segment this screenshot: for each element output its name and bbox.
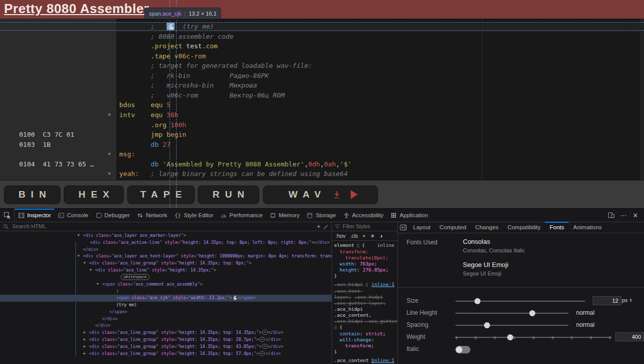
css-property[interactable]: transform	[345, 343, 371, 348]
fold-arrow-icon[interactable]: ▾	[108, 150, 111, 158]
markup-row[interactable]: </div>	[0, 246, 332, 253]
devtools-tab-application[interactable]: Application	[387, 209, 431, 222]
markup-row[interactable]: </span>	[0, 309, 332, 316]
sidebar-tab-layout[interactable]: Layout	[409, 222, 435, 233]
expand-arrow-icon[interactable]: ▶	[84, 336, 86, 343]
devtools-tab-inspector[interactable]: Inspector	[15, 209, 54, 222]
css-property[interactable]: strict	[366, 331, 383, 336]
editor-scrollbar[interactable]	[640, 19, 644, 180]
pick-element-button[interactable]	[0, 209, 15, 222]
markup-row[interactable]: </div>	[0, 322, 332, 329]
markup-row[interactable]: ▼<div class="ace_line_group" style="heig…	[0, 260, 332, 267]
fold-arrow-icon[interactable]: ▾	[108, 111, 111, 119]
sidebar-tab-changes[interactable]: Changes	[471, 222, 503, 233]
markup-row[interactable]: ▶<div class="ace_line_group" style="heig…	[0, 350, 332, 357]
markup-row[interactable]: ;	[0, 288, 332, 295]
italic-toggle[interactable]	[455, 346, 470, 353]
inline-ellipsis-badge[interactable]: ⋯	[262, 330, 268, 335]
css-property[interactable]: :	[371, 337, 374, 342]
sidebar-tab-animations[interactable]: Animations	[569, 222, 606, 233]
wav-button[interactable]: WAV	[263, 186, 378, 204]
markup-row[interactable]: ▼<div class="ace_layer ace_text-layer" s…	[0, 253, 332, 260]
css-property[interactable]: translate(0px);	[345, 255, 388, 260]
devtools-tab-network[interactable]: Network	[133, 209, 171, 222]
menu-icon[interactable]: ⋯	[618, 210, 629, 221]
search-html-input[interactable]	[11, 223, 314, 230]
weight-slider[interactable]	[455, 337, 611, 338]
add-node-button[interactable]: +	[316, 223, 320, 230]
sidebar-tab-computed[interactable]: Computed	[435, 222, 471, 233]
markup-row[interactable]: whitespace	[0, 274, 332, 281]
devtools-tab-accessibility[interactable]: Accessibility	[340, 209, 387, 222]
inline-ellipsis-badge[interactable]: ⋯	[260, 337, 265, 342]
markup-row[interactable]: ▼<div class="ace_layer ace_marker-layer"…	[0, 232, 332, 239]
font-size-unit-select[interactable]: px▲▼	[622, 297, 632, 303]
css-property[interactable]: :	[357, 267, 362, 272]
line-height-slider[interactable]	[455, 313, 569, 314]
collapse-arrow-icon[interactable]: ▼	[77, 253, 79, 260]
css-property[interactable]: transform:	[340, 249, 368, 254]
rule-source-link[interactable]: inline:1	[371, 282, 394, 288]
css-property[interactable]: ;	[374, 261, 377, 266]
css-property[interactable]: :	[360, 331, 365, 336]
code-editor[interactable]: ▾0100 C3 7C 010103 1B▾0104 41 73 73 65 ……	[0, 19, 644, 180]
devtools-tab-debugger[interactable]: Debugger	[92, 209, 134, 222]
collapse-arrow-icon[interactable]: ▼	[84, 260, 86, 267]
markup-row[interactable]: ▼<div class="ace_line" style="height: 14…	[0, 267, 332, 274]
css-property[interactable]: ;	[386, 267, 389, 272]
devtools-tab-performance[interactable]: Performance	[217, 209, 266, 222]
css-property[interactable]: ;	[383, 331, 386, 336]
devtools-tab-memory[interactable]: Memory	[266, 209, 303, 222]
slider-thumb[interactable]	[474, 298, 480, 304]
css-property[interactable]: height	[340, 267, 357, 272]
run-button[interactable]: RUN	[198, 186, 259, 204]
inline-ellipsis-badge[interactable]: ⋯	[260, 351, 265, 356]
filter-styles-bar[interactable]: Filter Styles	[332, 222, 397, 231]
expand-arrow-icon[interactable]: ▶	[84, 343, 86, 350]
css-property[interactable]: width	[340, 261, 354, 266]
css-property[interactable]: 276.05px	[363, 267, 386, 272]
pseudo-class-panel-toggle[interactable]: :hov	[336, 233, 346, 239]
slider-thumb[interactable]	[529, 310, 535, 316]
markup-row-selected[interactable]: <span class="ace_cjk" style="width: 13.2…	[0, 295, 332, 302]
css-selector[interactable]: .ace_hidpi	[334, 306, 363, 312]
markup-row[interactable]: (try me)	[0, 302, 332, 309]
responsive-design-icon[interactable]	[606, 210, 617, 221]
markup-row[interactable]: ▶<div class="ace_line_group" style="heig…	[0, 343, 332, 350]
devtools-tab-storage[interactable]: Storage	[303, 209, 339, 222]
css-selector[interactable]: .ace_gutter-layer,	[334, 300, 386, 306]
inline-ellipsis-badge[interactable]: ⋯	[262, 344, 268, 349]
css-property[interactable]: 763px	[360, 261, 374, 266]
add-rule-button[interactable]: +	[363, 233, 366, 239]
css-property[interactable]: will-change	[340, 337, 371, 342]
css-selector[interactable]: .ace_hidpi .ace_gutter	[334, 318, 397, 324]
css-selector[interactable]: layer,	[334, 294, 351, 300]
close-icon[interactable]: ✕	[630, 210, 641, 221]
css-selector[interactable]: element	[334, 242, 354, 248]
edit-markup-icon[interactable]	[323, 224, 329, 229]
sidebar-toggle-button[interactable]	[397, 222, 409, 233]
markup-row[interactable]: </div>	[0, 316, 332, 323]
spacing-slider[interactable]	[455, 325, 569, 326]
slider-thumb[interactable]	[484, 322, 490, 328]
hex-button[interactable]: HEX	[64, 186, 124, 204]
css-property[interactable]: :	[354, 261, 360, 266]
markup-row[interactable]: ▶<div class="ace_line_group" style="heig…	[0, 329, 332, 336]
class-panel-toggle[interactable]: .cls	[350, 233, 358, 239]
css-property[interactable]: contain	[340, 331, 360, 336]
font-weight-input[interactable]: 400	[615, 332, 644, 341]
markup-row[interactable]: ▼<span class="ace_comment ace_assembly">	[0, 281, 332, 288]
css-selector[interactable]: .ace_text-	[334, 288, 363, 294]
sidebar-tab-fonts[interactable]: Fonts	[545, 222, 569, 233]
css-selector[interactable]: .ace_content	[334, 357, 369, 363]
dark-mode-sim-button[interactable]: ◑	[379, 233, 382, 239]
sidebar-tab-compatibility[interactable]: Compatibility	[503, 222, 545, 233]
css-property[interactable]: ;	[371, 343, 374, 348]
devtools-tab-style-editor[interactable]: {}Style Editor	[171, 209, 217, 222]
css-selector[interactable]: .ace_content,	[334, 312, 371, 318]
collapse-arrow-icon[interactable]: ▼	[77, 232, 79, 239]
markup-row[interactable]: ▶<div class="ace_line_group" style="heig…	[0, 336, 332, 343]
slider-thumb[interactable]	[507, 334, 513, 340]
size-slider[interactable]	[455, 301, 585, 302]
collapse-arrow-icon[interactable]: ▼	[97, 281, 99, 288]
